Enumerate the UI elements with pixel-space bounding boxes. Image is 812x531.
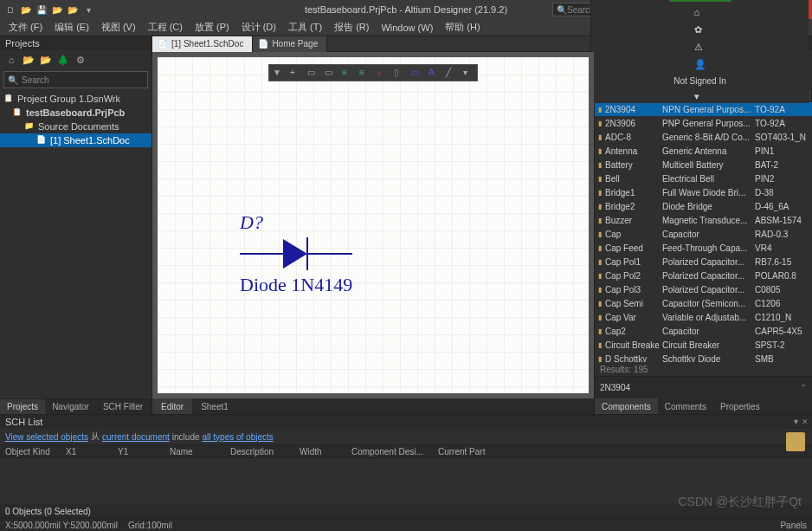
menu-item[interactable]: 视图 (V) <box>96 21 141 34</box>
proj-compile-icon[interactable]: 📂 <box>40 54 52 66</box>
qat-open-icon[interactable]: 📂 <box>19 3 33 16</box>
schlist-close-icon[interactable]: ✕ <box>802 418 809 426</box>
sheet-icon[interactable]: ▭ <box>411 68 422 78</box>
panels-button[interactable]: Panels <box>780 521 807 530</box>
component-row[interactable]: Cap Pol2Polarized Capacitor...POLAR0.8 <box>595 269 812 282</box>
buy-button[interactable]: 立即在线购买 <box>669 0 731 2</box>
editor-tabs: EditorSheet1 <box>152 398 594 414</box>
rotate-icon[interactable]: ▭ <box>325 68 335 78</box>
signin-label[interactable]: Not Signed In <box>673 76 726 86</box>
menu-item[interactable]: Window (W) <box>376 23 438 33</box>
right-tab[interactable]: Properties <box>713 398 767 414</box>
left-tab[interactable]: SCH Filter <box>96 399 150 414</box>
schematic-canvas[interactable]: ▼ + ▭ ▭ ≡ ≡ ⏚ ▯ ▭ A ╱ ▾ D? <box>158 57 589 393</box>
component-row[interactable]: 2N3904NPN General Purpos...TO-92A <box>595 102 812 116</box>
component-row[interactable]: Cap VarVariable or Adjustab...C1210_N <box>595 310 812 324</box>
diode-symbol-icon <box>240 232 352 275</box>
component-row[interactable]: Bridge2Diode BridgeD-46_6A <box>595 199 812 213</box>
component-row[interactable]: BuzzerMagnetic Transduce...ABSM-1574 <box>595 213 812 227</box>
user-icon[interactable]: 👤 <box>694 59 706 71</box>
tree-node[interactable]: 📋Project Group 1.DsnWrk <box>0 92 151 106</box>
component-preview[interactable]: 2N3904 ⌃ <box>595 376 812 398</box>
qat-drop-icon[interactable]: ▾ <box>81 3 95 16</box>
left-tabs: ProjectsNavigatorSCH Filter <box>0 398 151 414</box>
schlist-drop-icon[interactable]: ▼ <box>792 418 800 426</box>
menu-item[interactable]: 编辑 (E) <box>49 21 94 34</box>
status-coord: X:5000.000mil Y:5200.000mil <box>5 521 118 530</box>
right-tab[interactable]: Components <box>595 398 658 414</box>
qat-ext2-icon[interactable]: 📂 <box>66 3 80 16</box>
line-icon[interactable]: ╱ <box>446 68 456 78</box>
proj-gear-icon[interactable]: ⚙ <box>74 54 87 66</box>
component-row[interactable]: BatteryMulticell BatteryBAT-2 <box>595 158 812 172</box>
proj-tree-icon[interactable]: 🌲 <box>57 54 69 66</box>
part-icon[interactable]: ▯ <box>394 68 404 78</box>
project-tree: 📋Project Group 1.DsnWrk📋testBaseboard.Pr… <box>0 90 151 398</box>
schlist-col[interactable]: Description <box>225 445 294 457</box>
schlist-col[interactable]: Object Kind <box>0 445 61 457</box>
collapse-icon[interactable]: ⌃ <box>800 383 807 392</box>
tree-node[interactable]: 📄[1] Sheet1.SchDoc <box>0 133 151 147</box>
component-row[interactable]: Bridge1Full Wave Diode Bri...D-38 <box>595 185 812 199</box>
schlist-col[interactable]: Width <box>294 445 346 457</box>
signin-drop-icon[interactable]: ▾ <box>694 91 706 103</box>
schlist-col[interactable]: X1 <box>61 445 113 457</box>
component-row[interactable]: Cap FeedFeed-Through Capa...VR4 <box>595 241 812 255</box>
menu-item[interactable]: 设计 (D) <box>236 21 281 34</box>
text-icon[interactable]: A <box>429 68 439 78</box>
proj-folder-icon[interactable]: 📂 <box>23 54 35 66</box>
schlist-col[interactable]: Current Part <box>433 445 502 457</box>
home-icon[interactable]: ⌂ <box>694 7 706 19</box>
component-row[interactable]: AntennaGeneric AntennaPIN1 <box>595 144 812 158</box>
component-value[interactable]: Diode 1N4149 <box>240 275 352 295</box>
bus-icon[interactable]: ≡ <box>359 68 370 78</box>
projects-search-input[interactable]: 🔍 Search <box>3 71 148 88</box>
schlist-footer: 0 Objects (0 Selected) <box>0 504 812 518</box>
schlist-col[interactable]: Component Desi... <box>346 445 433 457</box>
component-row[interactable]: 2N3906PNP General Purpos...TO-92A <box>595 116 812 130</box>
tree-node[interactable]: 📁Source Documents <box>0 120 151 133</box>
menu-item[interactable]: 工具 (T) <box>283 21 327 34</box>
designator[interactable]: D? <box>240 213 352 232</box>
component-row[interactable]: Cap Pol1Polarized Capacitor...RB7.6-15 <box>595 255 812 269</box>
left-tab[interactable]: Projects <box>0 399 45 414</box>
component-row[interactable]: Cap2CapacitorCAPR5-4X5 <box>595 324 812 338</box>
qat-new-icon[interactable]: 🗋 <box>3 3 17 16</box>
tree-node[interactable]: 📋testBaseboard.PrjPcb <box>0 106 151 120</box>
qat-ext1-icon[interactable]: 📂 <box>50 3 64 16</box>
menu-item[interactable]: 放置 (P) <box>190 21 235 34</box>
component-diode[interactable]: D? Diode 1N4149 <box>240 213 352 295</box>
more-icon[interactable]: ▾ <box>463 68 474 78</box>
net-icon[interactable]: ≡ <box>342 68 352 78</box>
component-row[interactable]: D SchottkySchottky DiodeSMB <box>595 352 812 362</box>
place-wire-icon[interactable]: + <box>290 68 300 78</box>
proj-home-icon[interactable]: ⌂ <box>5 54 17 66</box>
component-row[interactable]: Cap SemiCapacitor (Semicon...C1206 <box>595 296 812 310</box>
menu-item[interactable]: 文件 (F) <box>3 21 48 34</box>
schlist-columns: Object KindX1Y1NameDescriptionWidthCompo… <box>0 444 812 458</box>
component-row[interactable]: CapCapacitorRAD-0.3 <box>595 227 812 241</box>
menu-item[interactable]: 工程 (C) <box>143 21 188 34</box>
left-tab[interactable]: Navigator <box>45 399 96 414</box>
power-icon[interactable]: ⏚ <box>377 68 387 78</box>
editor-tab[interactable]: Sheet1 <box>192 398 237 414</box>
doc-tab[interactable]: 📄[1] Sheet1.SchDoc <box>152 36 253 52</box>
schlist-title: SCH List <box>5 417 42 427</box>
filter-icon[interactable]: ▼ <box>273 68 283 78</box>
menu-item[interactable]: 报告 (R) <box>329 21 374 34</box>
component-row[interactable]: Circuit BreakerCircuit BreakerSPST-2 <box>595 338 812 352</box>
gear-icon[interactable]: ✿ <box>694 24 706 36</box>
component-row[interactable]: ADC-8Generic 8-Bit A/D Co...SOT403-1_N <box>595 130 812 144</box>
menu-item[interactable]: 帮助 (H) <box>440 21 485 34</box>
component-row[interactable]: BellElectrical BellPIN2 <box>595 172 812 185</box>
qat-save-icon[interactable]: 💾 <box>35 3 48 16</box>
editor-tab[interactable]: Editor <box>152 398 192 414</box>
component-row[interactable]: Cap Pol3Polarized Capacitor...C0805 <box>595 282 812 296</box>
doc-tab[interactable]: 📄Home Page <box>253 36 327 52</box>
schlist-col[interactable]: Y1 <box>113 445 164 457</box>
right-tab[interactable]: Comments <box>658 398 713 414</box>
schlist-flyout-icon[interactable] <box>786 432 805 451</box>
schlist-col[interactable]: Name <box>164 445 225 457</box>
alert-icon[interactable]: ⚠ <box>694 42 706 54</box>
move-icon[interactable]: ▭ <box>307 68 318 78</box>
